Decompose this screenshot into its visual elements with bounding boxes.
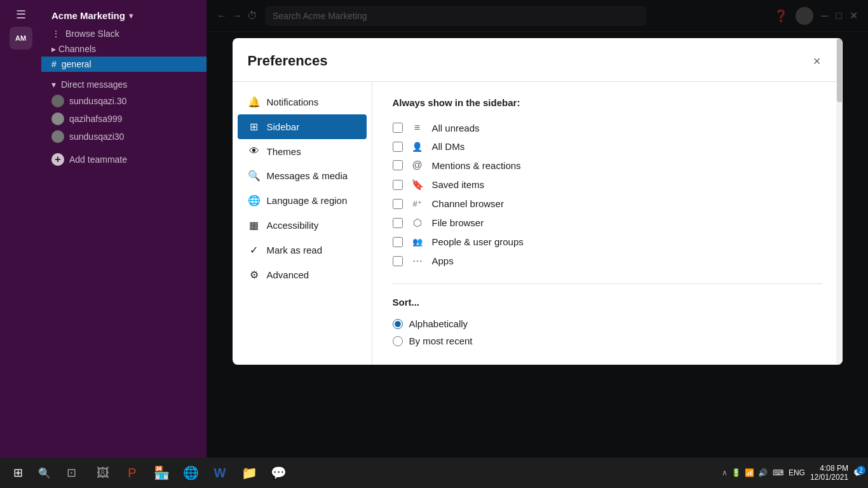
radio-most-recent[interactable]: By most recent bbox=[393, 332, 822, 349]
sidebar-add-teammate[interactable]: + Add teammate bbox=[41, 151, 207, 168]
close-icon: × bbox=[813, 54, 821, 69]
workspace-avatar[interactable]: AM bbox=[10, 27, 32, 50]
channel-browser-label: Channel browser bbox=[432, 198, 504, 209]
taskbar-slack-app[interactable]: 💬 bbox=[264, 459, 292, 487]
checkbox-apps-input[interactable] bbox=[393, 256, 403, 266]
taskbar-file-explorer[interactable]: ⊡ bbox=[58, 460, 84, 485]
pref-nav-mark-as-read[interactable]: ✓ Mark as read bbox=[238, 238, 367, 262]
start-button[interactable]: ⊞ bbox=[5, 460, 31, 485]
dm-chevron: ▾ bbox=[51, 79, 56, 90]
alphabetically-label: Alphabetically bbox=[409, 318, 468, 329]
workspace-name: Acme Marketing bbox=[51, 10, 125, 21]
people-icon: 👥 bbox=[410, 237, 424, 247]
keyboard-layout-icon: ⌨ bbox=[773, 468, 783, 477]
dm-label: Direct messages bbox=[61, 79, 127, 90]
checkbox-file-browser[interactable]: ⬡ File browser bbox=[393, 213, 822, 233]
preferences-nav: 🔔 Notifications ⊞ Sidebar 👁 Themes bbox=[233, 82, 372, 365]
sidebar-dm-user-3[interactable]: sundusqazi30 bbox=[41, 128, 207, 146]
sidebar-direct-messages[interactable]: ▾ Direct messages bbox=[41, 77, 207, 92]
sidebar-general-channel[interactable]: # general bbox=[41, 57, 207, 72]
file-browser-label: File browser bbox=[432, 217, 484, 228]
general-channel-name: general bbox=[62, 59, 92, 69]
scrollbar-thumb[interactable] bbox=[837, 82, 842, 102]
workspace-header[interactable]: Acme Marketing ▾ bbox=[41, 5, 207, 26]
preferences-dialog: Preferences × 🔔 Notifications bbox=[233, 38, 843, 365]
people-label: People & user groups bbox=[432, 236, 524, 247]
checkbox-file-browser-input[interactable] bbox=[393, 218, 403, 228]
taskbar-clock[interactable]: 4:08 PM 12/01/2021 bbox=[810, 464, 848, 482]
taskbar-time: 4:08 PM bbox=[810, 464, 848, 473]
taskbar-powerpoint-app[interactable]: P bbox=[118, 459, 146, 487]
sidebar-browse-slack[interactable]: ⋮ Browse Slack bbox=[41, 26, 207, 41]
sort-title: Sort... bbox=[393, 297, 822, 308]
checkbox-channel-browser-input[interactable] bbox=[393, 199, 403, 209]
taskbar-store-app[interactable]: 🏪 bbox=[147, 459, 175, 487]
file-browser-icon: ⬡ bbox=[410, 217, 424, 229]
advanced-label: Advanced bbox=[267, 269, 309, 280]
pref-nav-accessibility[interactable]: ▦ Accessibility bbox=[238, 213, 367, 238]
notifications-icon: 🔔 bbox=[248, 96, 261, 108]
all-unreads-label: All unreads bbox=[432, 123, 480, 133]
main-content: ← → ⏱ Search Acme Marketing ❓ ─ □ ✕ Pref… bbox=[207, 0, 868, 458]
language-icon: 🌐 bbox=[248, 194, 261, 207]
section-divider bbox=[393, 283, 822, 284]
mentions-label: Mentions & reactions bbox=[432, 160, 521, 171]
taskbar-files-app[interactable]: 📁 bbox=[235, 459, 263, 487]
sidebar-dm-user-2[interactable]: qazihafsa999 bbox=[41, 110, 207, 128]
pref-nav-language[interactable]: 🌐 Language & region bbox=[238, 188, 367, 213]
all-unreads-icon: ≡ bbox=[410, 122, 424, 133]
pref-nav-notifications[interactable]: 🔔 Notifications bbox=[238, 90, 367, 114]
sidebar-dm-user-1[interactable]: sundusqazi.30 bbox=[41, 92, 207, 110]
sidebar-label: Sidebar bbox=[267, 121, 300, 132]
checkbox-mentions-input[interactable] bbox=[393, 160, 403, 170]
all-dms-label: All DMs bbox=[432, 141, 465, 152]
pref-nav-sidebar[interactable]: ⊞ Sidebar bbox=[238, 114, 367, 139]
language-indicator: ENG bbox=[789, 468, 805, 477]
dm-avatar-3 bbox=[51, 130, 64, 143]
saved-items-icon: 🔖 bbox=[410, 179, 424, 191]
taskbar-word-app[interactable]: W bbox=[206, 459, 234, 487]
taskbar-photos-app[interactable]: 🖼 bbox=[89, 459, 117, 487]
radio-alphabetically[interactable]: Alphabetically bbox=[393, 315, 822, 332]
dialog-close-button[interactable]: × bbox=[807, 51, 827, 71]
dialog-title: Preferences bbox=[248, 53, 328, 69]
battery-icon: 🔋 bbox=[731, 468, 741, 477]
slack-sidebar: Acme Marketing ▾ ⋮ Browse Slack ▸ Channe… bbox=[41, 0, 207, 458]
pref-nav-advanced[interactable]: ⚙ Advanced bbox=[238, 262, 367, 287]
dialog-body: 🔔 Notifications ⊞ Sidebar 👁 Themes bbox=[233, 82, 843, 365]
hash-icon: # bbox=[51, 59, 57, 69]
checkbox-all-unreads[interactable]: ≡ All unreads bbox=[393, 118, 822, 137]
taskbar-app-icons: 🖼 P 🏪 🌐 W 📁 💬 bbox=[89, 459, 292, 487]
radio-alphabetically-input[interactable] bbox=[393, 319, 403, 329]
most-recent-label: By most recent bbox=[409, 336, 473, 346]
sidebar-channels-header[interactable]: ▸ Channels bbox=[41, 41, 207, 57]
mentions-icon: @ bbox=[410, 159, 424, 171]
checkbox-all-dms[interactable]: 👤 All DMs bbox=[393, 137, 822, 156]
checkbox-all-unreads-input[interactable] bbox=[393, 123, 403, 133]
hamburger-icon[interactable]: ☰ bbox=[16, 8, 26, 22]
checkbox-people-input[interactable] bbox=[393, 237, 403, 247]
checkbox-saved-input[interactable] bbox=[393, 180, 403, 190]
checkbox-people-user-groups[interactable]: 👥 People & user groups bbox=[393, 233, 822, 251]
scrollbar[interactable] bbox=[836, 82, 843, 365]
add-teammate-label: Add teammate bbox=[69, 154, 127, 165]
checkbox-apps[interactable]: ⋯ Apps bbox=[393, 251, 822, 271]
dm-avatar-1 bbox=[51, 95, 64, 107]
notification-center-button[interactable]: 💬 2 bbox=[853, 468, 863, 477]
pref-nav-messages[interactable]: 🔍 Messages & media bbox=[238, 163, 367, 188]
channels-chevron: ▸ bbox=[51, 44, 58, 54]
pref-nav-themes[interactable]: 👁 Themes bbox=[238, 139, 367, 163]
checkbox-saved-items[interactable]: 🔖 Saved items bbox=[393, 175, 822, 194]
checkbox-channel-browser[interactable]: #⁺ Channel browser bbox=[393, 194, 822, 213]
tray-chevron[interactable]: ∧ bbox=[722, 468, 728, 477]
taskbar-chrome-app[interactable]: 🌐 bbox=[177, 459, 205, 487]
dm-avatar-2 bbox=[51, 112, 64, 125]
dm-username-3: sundusqazi30 bbox=[69, 132, 124, 142]
browse-slack-label: Browse Slack bbox=[65, 29, 119, 39]
checkbox-all-dms-input[interactable] bbox=[393, 142, 403, 152]
accessibility-label: Accessibility bbox=[267, 220, 319, 231]
checkbox-mentions-reactions[interactable]: @ Mentions & reactions bbox=[393, 156, 822, 175]
taskbar-search-button[interactable]: 🔍 bbox=[33, 461, 56, 484]
radio-most-recent-input[interactable] bbox=[393, 336, 403, 346]
language-label: Language & region bbox=[267, 195, 348, 206]
